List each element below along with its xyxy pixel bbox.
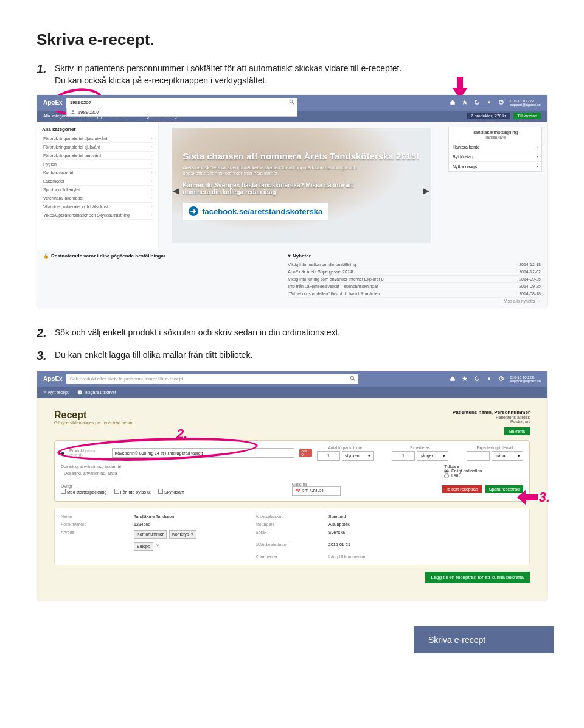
star-icon[interactable] [462, 99, 468, 107]
amount-select[interactable]: Belopp [134, 542, 153, 551]
hero-banner: ◀ ▶ Sista chansen att nominera Årets Tan… [172, 128, 431, 243]
refresh-icon[interactable] [474, 376, 480, 383]
news-item[interactable]: "Gröteborgsmodellen" lärs ut till barn i… [288, 290, 541, 298]
step-3-text: Du kan enkelt lägga till olika mallar fr… [55, 347, 252, 365]
gear-icon[interactable] [486, 376, 492, 383]
cart-summary[interactable]: 2 produkter, 278 kr [467, 113, 510, 119]
category-title: Alla kategorier [42, 127, 153, 132]
info-value: 2015-01-21 [328, 542, 523, 551]
unit-select[interactable]: gånger▾ [417, 451, 448, 461]
svg-point-3 [488, 101, 490, 103]
account-type-select[interactable]: Kontotyp▾ [169, 530, 196, 539]
category-item[interactable]: Hygien› [42, 160, 153, 169]
category-item[interactable]: Läkemedel› [42, 177, 153, 186]
field-label: Expedieras [410, 446, 430, 450]
checkbox-label: Får inte bytas ut [120, 490, 151, 494]
contact-info: 010-10 10 222 support@apoex.se [510, 99, 541, 107]
search-icon[interactable] [289, 99, 295, 107]
news-item[interactable]: Viktig information om din beställning201… [288, 261, 541, 268]
search-input[interactable]: 19890207 19890207 [66, 98, 297, 108]
lock-icon: 🔒 [43, 253, 49, 259]
svg-line-1 [293, 103, 294, 105]
hero-headline: Sista chansen att nominera Årets Tandskö… [182, 151, 420, 161]
dosage-input[interactable] [61, 469, 120, 478]
patient-info: Patientens namn, Personnummer Patientens… [453, 410, 530, 435]
confirm-button[interactable]: Bekräfta [504, 427, 530, 435]
right-panel-item[interactable]: Nytt e-recept› [449, 161, 541, 171]
info-value: Tandläkare Tandsson [134, 514, 255, 519]
info-value: Standard [328, 514, 523, 519]
svg-point-0 [290, 100, 293, 103]
category-item[interactable]: Kontorsmaterial› [42, 169, 153, 177]
ovrigt-label: Övrigt [61, 484, 72, 488]
app-logo: ApoEx [43, 99, 63, 106]
add-row-confirm-button[interactable]: Lägg till en receptrad för att kunna bek… [425, 572, 530, 583]
heart-icon: ♥ [288, 253, 291, 259]
account-number-select[interactable]: Kontonummer [134, 530, 167, 539]
search-icon[interactable] [350, 376, 356, 383]
app-logo: ApoEx [43, 376, 63, 382]
category-item[interactable]: Förbrukningsmaterial tandvård› [42, 152, 153, 160]
category-item[interactable]: Veterinära läkemedel› [42, 194, 153, 203]
search-dropdown[interactable]: 19890207 [66, 108, 297, 117]
svg-point-8 [488, 377, 490, 380]
unit-select[interactable]: månad▾ [492, 451, 523, 461]
info-label: Mottagare [255, 522, 328, 527]
gear-icon[interactable] [486, 99, 492, 107]
sub-bar: ✎ Nytt recept 🕑 Tidigare utskrivet [37, 387, 547, 398]
news-item[interactable]: Viktig info för dig som använder Interne… [288, 276, 541, 283]
step-2-number: 2. [36, 324, 50, 342]
carousel-prev-icon[interactable]: ◀ [173, 186, 179, 195]
interval-field[interactable] [467, 451, 490, 461]
refresh-icon[interactable] [474, 99, 480, 107]
power-icon[interactable] [498, 99, 504, 107]
home-icon[interactable] [450, 376, 456, 383]
info-value: 1234566 [134, 522, 255, 527]
history-badge: hist 0 [299, 449, 312, 457]
subbar-item[interactable]: 🕑 Tidigare utskrivet [77, 390, 116, 395]
contact-info: 010-10 10 222 support@apoex.se [510, 376, 541, 383]
step-1-number: 1. [36, 60, 50, 87]
category-item[interactable]: Vitaminer, mineraler och hälsokost› [42, 203, 153, 211]
category-item[interactable]: Förbrukningsmaterial djursjukvård› [42, 135, 153, 143]
star-icon[interactable] [462, 376, 468, 383]
backorder-title: 🔒 Restnoterade varor i dina pågående bes… [43, 253, 276, 259]
svg-point-2 [72, 110, 74, 112]
unit-select[interactable]: stycken▾ [342, 451, 374, 461]
screenshot-1: ApoEx 19890207 19890207 [36, 94, 548, 307]
right-panel-item[interactable]: Hantera konto› [449, 142, 541, 152]
home-icon[interactable] [450, 99, 456, 107]
checkbox[interactable] [114, 489, 119, 494]
all-news-link[interactable]: Visa alla nyheter → [288, 299, 541, 303]
category-item[interactable]: Yrkes/Operationskläder och Skyddsutrustn… [42, 211, 153, 220]
radio-option[interactable]: Enligt ordination [444, 469, 523, 474]
checkbox[interactable] [61, 489, 66, 494]
to-cart-button[interactable]: Till kassan [513, 113, 541, 119]
svg-line-7 [353, 379, 355, 381]
valid-date-field[interactable]: 📅 2016-01-21 [292, 486, 341, 496]
power-icon[interactable] [498, 376, 504, 383]
annotation-number-3: 3. [517, 489, 550, 505]
category-item[interactable]: Sprutor och kanyler› [42, 186, 153, 194]
quantity-field[interactable]: 1 [317, 451, 340, 461]
product-input[interactable]: Kåvepenin® 800 mg 14 st Filmdragerad tab… [112, 448, 294, 458]
carousel-next-icon[interactable]: ▶ [423, 186, 429, 195]
news-item[interactable]: ApoEx är Årets Supergassel 2014!2014-12-… [288, 268, 541, 276]
checkbox-label: Skyndsam [164, 490, 184, 494]
radio-option[interactable]: Lätt [444, 474, 523, 478]
add-comment-link[interactable]: Lägg till kommentar [328, 555, 523, 559]
search-input[interactable]: Sök produkt eller skriv in personnummer … [66, 374, 358, 384]
facebook-link[interactable]: ➔ facebook.se/aretstandskoterska [182, 203, 328, 220]
news-item[interactable]: Info från Läkemedelsverket – licensansök… [288, 283, 541, 290]
category-item[interactable]: Förbrukningsmaterial sjukvård› [42, 143, 153, 152]
step-3-number: 3. [36, 347, 50, 365]
right-panel-item[interactable]: Byt företag› [449, 152, 541, 161]
recept-subtitle: Giltighetstiden anges per receptrad neda… [54, 421, 134, 425]
checkbox[interactable] [158, 489, 163, 494]
footer-section-tab: Skriva e-recept [414, 626, 554, 653]
step-1-text-a: Skriv in patientens personnummer i sökfä… [55, 63, 401, 73]
dispense-field[interactable]: 1 [392, 451, 415, 461]
subbar-item[interactable]: ✎ Nytt recept [43, 390, 69, 395]
delete-row-button[interactable]: Ta bort receptrad [442, 485, 482, 493]
news-title: ♥ Nyheter [288, 253, 541, 259]
